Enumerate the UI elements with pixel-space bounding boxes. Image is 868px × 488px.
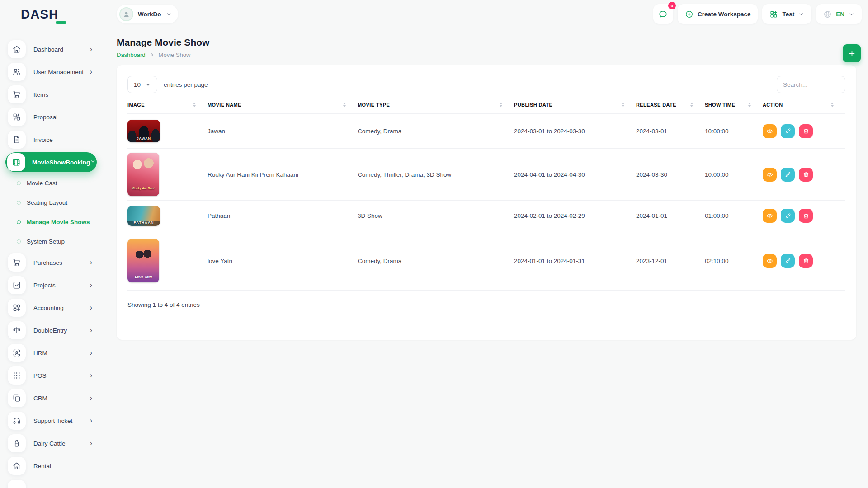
eye-icon [766,128,773,135]
movie-type-cell: Comedy, Thriller, Drama, 3D Show [358,171,514,178]
sidebar-item-doubleentry[interactable]: DoubleEntry › [0,319,104,342]
delete-button[interactable] [799,254,813,268]
edit-button[interactable] [781,124,795,138]
sidebar-item-projects[interactable]: Projects › [0,274,104,296]
chevron-right-icon: › [90,68,92,75]
scales-icon [8,321,26,339]
sidebar-item-dashboard[interactable]: Dashboard › [0,38,104,61]
page-title: Manage Movie Show [117,37,855,48]
sidebar-item-label: Projects [33,282,90,289]
delete-button[interactable] [799,209,813,223]
column-header-publish-date[interactable]: PUBLISH DATE [514,102,636,108]
action-cell [763,168,845,182]
table-header-row: IMAGE MOVIE NAME MOVIE TYPE PUBLISH DATE… [127,93,845,113]
workspace-selector[interactable]: WorkDo [117,5,178,23]
edit-button[interactable] [781,254,795,268]
chevron-right-icon: › [90,349,92,357]
circle-plus-icon [685,10,693,19]
sidebar-item-crm[interactable]: CRM › [0,387,104,409]
search-input[interactable] [777,76,845,93]
pencil-icon [785,213,791,219]
language-selector[interactable]: EN [816,4,862,24]
add-movie-show-button[interactable] [843,44,861,62]
movie-type-cell: 3D Show [358,212,514,219]
sidebar-subitem-system-setup[interactable]: System Setup [0,232,104,251]
sort-icon [500,103,502,108]
chevron-right-icon: › [90,440,92,447]
table-row: Rocky Aur Rani Rocky Aur Rani Kii Prem K… [127,148,845,200]
sidebar-item-label: Invoice [33,136,104,143]
sidebar-item-accounting[interactable]: Accounting › [0,296,104,319]
create-workspace-button[interactable]: Create Workspace [678,4,758,24]
movie-name-cell: love Yatri [208,258,358,264]
view-button[interactable] [763,168,777,182]
brand-logo[interactable]: DASH [21,6,58,23]
sidebar-item-label: POS [33,372,90,379]
copy-icon [8,389,26,407]
page-size-select[interactable]: 10 [127,76,157,93]
messages-button[interactable]: 0 [653,4,673,24]
sort-icon [690,103,693,108]
milk-bottle-icon [8,434,26,452]
view-button[interactable] [763,124,777,138]
publish-date-cell: 2024-03-01 to 2024-03-30 [514,128,636,135]
sidebar-item-label: Dairy Cattle [33,440,90,447]
column-header-movie-name[interactable]: MOVIE NAME [208,102,358,108]
sidebar-item-items[interactable]: Items [0,83,104,106]
column-header-action[interactable]: ACTION [763,102,845,108]
sidebar-subitem-movie-cast[interactable]: Movie Cast [0,174,104,193]
sidebar-item-dairy-cattle[interactable]: Dairy Cattle › [0,432,104,455]
sidebar-item-label: Proposal [33,114,104,121]
language-label: EN [836,11,844,18]
cart-icon [8,253,26,272]
movie-type-cell: Comedy, Drama [358,128,514,135]
chevron-down-icon [798,11,804,17]
edit-button[interactable] [781,209,795,223]
entries-per-page-label: entries per page [164,81,208,88]
movie-poster-pathaan: PATHAAN [127,206,160,226]
column-header-show-time[interactable]: SHOW TIME [705,102,763,108]
sidebar-item-pos[interactable]: POS › [0,364,104,387]
sidebar-item-proposal[interactable]: Proposal [0,106,104,128]
breadcrumb: Dashboard Movie Show [117,52,855,58]
invoice-icon [8,131,26,149]
grid-icon [769,10,778,19]
sidebar-item-label: Support Ticket [33,418,90,424]
sidebar-item-label: Rental [33,463,104,469]
sidebar-subitem-seating-layout[interactable]: Seating Layout [0,193,104,212]
delete-button[interactable] [799,124,813,138]
edit-button[interactable] [781,168,795,182]
bullet-icon [17,181,21,185]
sidebar-item-rental[interactable]: Rental [0,455,104,477]
column-header-movie-type[interactable]: MOVIE TYPE [358,102,514,108]
sidebar-item-movieshowbooking[interactable]: MovieShowBooking [5,152,97,172]
sidebar-item-purchases[interactable]: Purchases › [0,251,104,274]
sidebar-item-support-ticket[interactable]: Support Ticket › [0,409,104,432]
globe-icon [823,10,832,19]
sidebar-item-hrm[interactable]: HRM › [0,342,104,364]
breadcrumb-dashboard-link[interactable]: Dashboard [117,52,146,58]
view-button[interactable] [763,209,777,223]
delete-button[interactable] [799,168,813,182]
column-header-release-date[interactable]: RELEASE DATE [636,102,705,108]
chevron-right-icon: › [90,282,92,289]
sidebar-item-invoice[interactable]: Invoice [0,128,104,151]
chevron-right-icon: › [90,372,92,379]
sidebar-item-user-management[interactable]: User Management › [0,61,104,83]
movie-name-cell: Jawan [208,128,358,135]
eye-icon [766,258,773,264]
eye-icon [766,212,773,219]
table-controls: 10 entries per page [127,76,845,93]
column-header-image[interactable]: IMAGE [127,102,208,108]
sidebar-subitem-manage-movie-shows[interactable]: Manage Movie Shows [0,212,104,232]
eye-icon [766,171,773,178]
sidebar: DASH Dashboard › User Management › Items [0,0,104,488]
sort-icon [748,103,751,108]
proposal-icon [8,108,26,126]
users-icon [8,63,26,81]
chevron-right-icon: › [90,327,92,334]
pencil-icon [785,171,791,178]
workspace-switcher[interactable]: Test [762,4,811,24]
chevron-right-icon: › [90,394,92,402]
view-button[interactable] [763,254,777,268]
